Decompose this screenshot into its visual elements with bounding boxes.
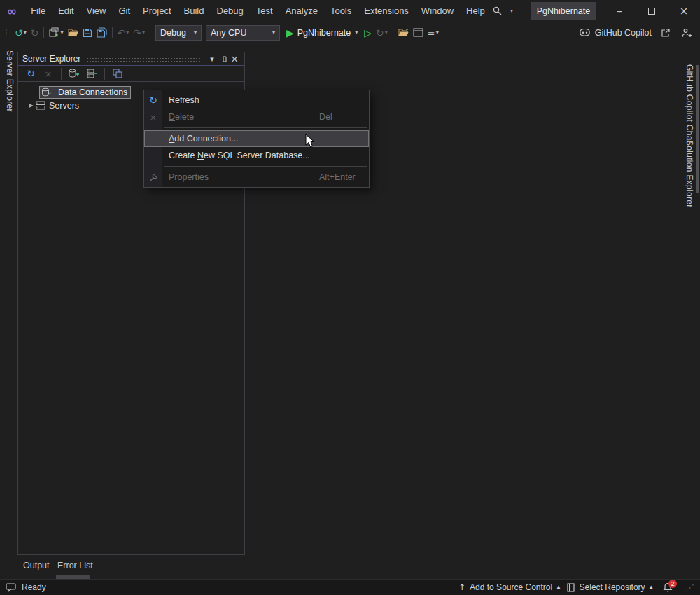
bottom-tab-output[interactable]: Output: [23, 561, 50, 570]
stop-refresh-button[interactable]: ×: [41, 66, 56, 80]
menu-test[interactable]: Test: [250, 0, 279, 22]
connect-to-server-button[interactable]: [84, 66, 99, 80]
menu-view[interactable]: View: [80, 0, 113, 22]
status-ready-text: Ready: [22, 582, 46, 592]
menu-item-add-connection[interactable]: Add Connection...: [144, 130, 369, 147]
add-item-button[interactable]: [397, 24, 410, 41]
menu-edit[interactable]: Edit: [52, 0, 80, 22]
redo-button[interactable]: ↷▾: [132, 24, 146, 41]
platform-dropdown[interactable]: Any CPU▾: [206, 25, 280, 41]
connect-server-icon: [87, 69, 97, 78]
minimize-button[interactable]: –: [603, 0, 636, 22]
visual-studio-logo-icon: ∞: [7, 4, 17, 18]
chevron-down-icon: ▾: [60, 29, 63, 36]
redo-icon: ↷: [133, 28, 141, 38]
stop-icon: ×: [45, 69, 52, 79]
panel-drag-grip[interactable]: [86, 57, 201, 62]
menu-item-properties: Properties Alt+Enter: [144, 169, 369, 186]
window-controls: – ×: [603, 0, 700, 22]
bottom-tab-error-list[interactable]: Error List: [57, 561, 93, 570]
menu-item-refresh[interactable]: ↻ Refresh: [144, 92, 369, 108]
feedback-icon[interactable]: [6, 583, 16, 592]
account-button[interactable]: [680, 24, 694, 41]
chevron-down-icon: ▾: [355, 29, 358, 36]
window-layout-button[interactable]: [412, 24, 425, 41]
close-button[interactable]: ×: [668, 0, 700, 22]
notifications-button[interactable]: 2: [663, 582, 673, 592]
undo-button[interactable]: ↶▾: [116, 24, 131, 41]
hot-reload-button[interactable]: ↻▾: [374, 24, 389, 41]
add-to-source-control-button[interactable]: ↑ Add to Source Control ▲: [458, 582, 561, 592]
left-tab-server-explorer[interactable]: Server Explorer: [5, 50, 15, 112]
menu-tools[interactable]: Tools: [324, 0, 358, 22]
menu-file[interactable]: File: [24, 0, 52, 22]
menu-analyze[interactable]: Analyze: [279, 0, 324, 22]
platform-value: Any CPU: [211, 28, 246, 38]
add-to-source-control-label: Add to Source Control: [470, 582, 552, 592]
navigate-back-button[interactable]: ↺▾: [13, 24, 28, 41]
menu-extensions[interactable]: Extensions: [358, 0, 415, 22]
open-folder-icon: [68, 28, 78, 37]
hot-reload-icon: ↻: [376, 28, 384, 38]
right-tab-solution-explorer[interactable]: Solution Explorer: [685, 140, 694, 207]
data-view-icon: [113, 69, 122, 78]
panel-pin-button[interactable]: [218, 55, 229, 63]
notification-count-badge: 2: [668, 580, 677, 588]
toolbar-options-button[interactable]: ≡▾: [426, 24, 440, 41]
play-icon: ▶: [286, 28, 294, 38]
title-search[interactable]: ▾: [493, 6, 513, 15]
menu-separator: [164, 166, 368, 167]
refresh-button[interactable]: ↻: [23, 66, 38, 80]
select-repository-button[interactable]: Select Repository ▲: [566, 582, 653, 592]
title-bar: ∞ File Edit View Git Project Build Debug…: [0, 0, 700, 22]
selected-node-box[interactable]: Data Connections: [39, 86, 131, 99]
start-without-debugging-button[interactable]: ▷: [363, 24, 373, 41]
menu-shortcut: Alt+Enter: [319, 172, 356, 182]
chevron-down-icon[interactable]: ▾: [510, 8, 513, 14]
refresh-icon: ↻: [144, 94, 162, 106]
new-project-button[interactable]: ▾: [48, 24, 64, 41]
wrench-icon: [144, 173, 162, 182]
start-debug-button[interactable]: ▶ PgNhibernate ▾: [286, 28, 358, 38]
panel-close-button[interactable]: ×: [229, 53, 240, 64]
menu-separator: [164, 127, 368, 128]
save-all-button[interactable]: [95, 24, 108, 41]
menu-item-create-new-sql-server-database[interactable]: Create New SQL Server Database...: [144, 147, 369, 164]
menu-help[interactable]: Help: [460, 0, 491, 22]
panel-menu-button[interactable]: ▾: [206, 55, 218, 64]
copilot-label: GitHub Copilot: [595, 28, 652, 38]
toolbar-separator: [43, 27, 44, 38]
mouse-cursor: [305, 134, 315, 148]
menu-debug[interactable]: Debug: [211, 0, 250, 22]
navigate-forward-button[interactable]: ↻: [29, 24, 41, 41]
menu-window[interactable]: Window: [415, 0, 460, 22]
context-menu: ↻ Refresh × Delete Del Add Connection...…: [144, 90, 370, 188]
toolbar-separator: [112, 27, 113, 38]
right-tab-github-copilot-chat[interactable]: GitHub Copilot Chat: [685, 64, 694, 143]
configuration-dropdown[interactable]: Debug▾: [155, 25, 202, 41]
expander-icon[interactable]: ▶: [27, 102, 36, 108]
maximize-button[interactable]: [636, 0, 668, 22]
toolbar-grip[interactable]: ⋮: [2, 28, 10, 38]
forward-icon: ↻: [31, 28, 39, 38]
lines-icon: ≡: [428, 27, 435, 38]
resize-grip-icon[interactable]: ⋰: [685, 582, 694, 593]
open-folder-button[interactable]: [66, 24, 80, 41]
share-button[interactable]: [659, 24, 672, 41]
run-target-label: PgNhibernate: [298, 28, 351, 38]
server-explorer-header[interactable]: Server Explorer ▾ ×: [18, 52, 244, 66]
toolbar-right-group: GitHub Copilot: [579, 23, 694, 42]
solution-badge[interactable]: PgNhibernate: [531, 2, 596, 20]
github-copilot-button[interactable]: GitHub Copilot: [579, 27, 652, 38]
save-button[interactable]: [81, 24, 94, 41]
chevron-down-icon: ▾: [267, 29, 275, 36]
menu-build[interactable]: Build: [178, 0, 211, 22]
connect-to-database-button[interactable]: [66, 66, 82, 80]
menu-project[interactable]: Project: [136, 0, 177, 22]
show-data-view-button[interactable]: [110, 66, 125, 80]
toolbar-separator: [61, 68, 62, 80]
status-left: Ready: [6, 582, 46, 592]
menu-git[interactable]: Git: [112, 0, 136, 22]
toolbar-separator: [150, 27, 150, 38]
data-connections-icon: [41, 88, 51, 97]
